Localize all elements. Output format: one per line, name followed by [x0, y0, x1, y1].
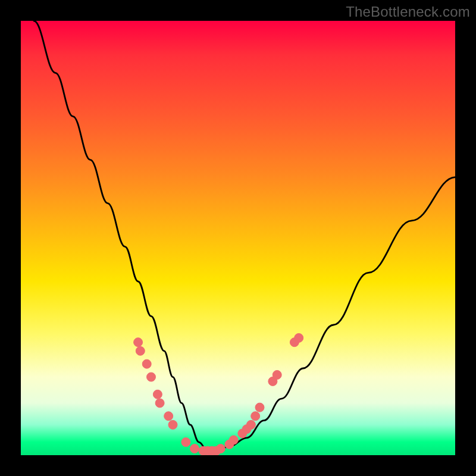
data-point: [255, 403, 264, 412]
data-point: [155, 399, 164, 408]
data-point: [190, 444, 199, 453]
data-point: [142, 359, 151, 368]
data-point: [273, 371, 281, 380]
data-point: [168, 420, 177, 429]
data-point: [246, 420, 255, 429]
data-point: [147, 372, 156, 381]
data-point: [251, 412, 260, 421]
data-point: [181, 438, 190, 447]
data-point: [216, 444, 225, 453]
data-point: [134, 338, 143, 347]
watermark-text: TheBottleneck.com: [346, 4, 470, 20]
data-point: [136, 346, 145, 355]
data-point: [164, 412, 173, 421]
data-point: [229, 436, 238, 444]
data-point: [153, 390, 162, 399]
chart-svg: [21, 21, 455, 455]
chart-frame: TheBottleneck.com: [0, 0, 476, 476]
plot-area: [21, 21, 455, 455]
highlighted-points: [134, 333, 303, 455]
data-point: [295, 333, 303, 342]
bottleneck-curve: [34, 21, 455, 451]
